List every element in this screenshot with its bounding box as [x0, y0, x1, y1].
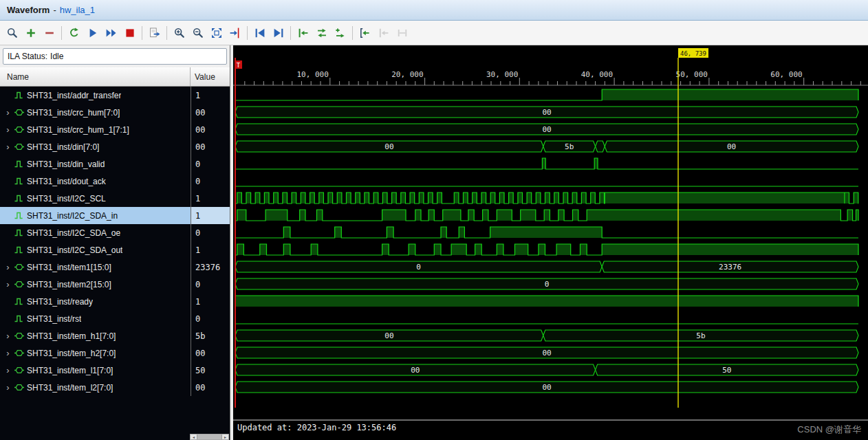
signal-row[interactable]: ›SHT31_inst/crc_hum_1[7:1]00: [0, 121, 230, 138]
trig-bracket-icon: [359, 27, 371, 39]
signal-name-cell[interactable]: ›SHT31_inst/crc_hum[7:0]: [0, 104, 191, 121]
toolbar-separator: [61, 26, 62, 40]
go-to-start-button[interactable]: [250, 23, 269, 42]
bit-waveform-icon: [14, 314, 25, 323]
signal-type-icon: [14, 108, 25, 117]
go-to-end-button[interactable]: [269, 23, 287, 42]
signal-name-cell[interactable]: SHT31_inst/rst: [0, 310, 191, 327]
svg-text:T: T: [237, 62, 241, 69]
run-trigger-button[interactable]: [83, 23, 102, 42]
zoom-fit-icon: [210, 27, 223, 39]
toolbar-separator: [352, 26, 353, 40]
expand-chevron-icon[interactable]: ›: [4, 108, 12, 117]
signal-row[interactable]: SHT31_inst/addr_transfer1: [0, 87, 230, 104]
scroll-left-arrow[interactable]: ◂: [191, 434, 197, 439]
go-to-trigger-button[interactable]: [356, 23, 374, 42]
waveform-canvas[interactable]: 10, 00020, 00030, 00040, 00050, 00060, 0…: [233, 45, 868, 434]
bus-waveform-icon: [14, 263, 25, 272]
signal-type-icon: [14, 228, 25, 237]
window-title: Waveform: [7, 5, 50, 15]
add-probes-button[interactable]: [21, 23, 40, 42]
run-trigger-continuous-button[interactable]: [65, 23, 83, 42]
signal-row[interactable]: SHT31_inst/I2C_SDA_oe0: [0, 224, 230, 241]
signal-row[interactable]: ›SHT31_inst/tem_l1[7:0]50: [0, 362, 230, 379]
signal-row[interactable]: SHT31_inst/din_valid0: [0, 155, 230, 173]
svg-text:00: 00: [542, 125, 551, 134]
find-button[interactable]: [3, 23, 21, 42]
scroll-thumb[interactable]: [197, 434, 222, 439]
signal-type-icon: [14, 177, 25, 186]
expand-chevron-icon[interactable]: ›: [4, 331, 12, 340]
signal-row[interactable]: ›SHT31_inst/tem1[15:0]23376: [0, 258, 230, 276]
export-icon: [149, 27, 161, 39]
expand-chevron-icon[interactable]: ›: [4, 263, 12, 272]
signal-type-icon: [14, 331, 25, 340]
signal-type-icon: [14, 194, 25, 203]
signal-name: SHT31_inst/tem_l2[7:0]: [27, 383, 113, 393]
name-column-header[interactable]: Name: [0, 67, 191, 86]
signal-name: SHT31_inst/dout_ack: [27, 177, 106, 186]
signal-name-cell[interactable]: ›SHT31_inst/tem_h1[7:0]: [0, 327, 191, 344]
signal-row[interactable]: ›SHT31_inst/tem_h1[7:0]5b: [0, 327, 230, 344]
signal-row[interactable]: SHT31_inst/I2C_SCL1: [0, 190, 230, 207]
signal-row[interactable]: SHT31_inst/rst0: [0, 310, 230, 327]
expand-chevron-icon[interactable]: ›: [4, 125, 12, 134]
signal-row[interactable]: ›SHT31_inst/din[7:0]00: [0, 138, 230, 155]
signal-name-cell[interactable]: ›SHT31_inst/din[7:0]: [0, 138, 191, 155]
ila-status-label: ILA Status:: [8, 52, 47, 61]
signal-row[interactable]: SHT31_inst/dout_ack0: [0, 173, 230, 190]
signal-row[interactable]: SHT31_inst/ready1: [0, 293, 230, 310]
signal-type-icon: [14, 366, 25, 375]
zoom-out-button[interactable]: [188, 23, 207, 42]
signal-name-cell[interactable]: ›SHT31_inst/tem1[15:0]: [0, 258, 191, 276]
signal-row[interactable]: ›SHT31_inst/tem_l2[7:0]00: [0, 379, 230, 396]
zoom-to-cursor-button[interactable]: [226, 23, 244, 42]
signal-name-cell[interactable]: SHT31_inst/dout_ack: [0, 173, 191, 190]
signal-name-cell[interactable]: SHT31_inst/I2C_SDA_oe: [0, 224, 191, 241]
value-column-header[interactable]: Value: [191, 67, 230, 86]
signal-name: SHT31_inst/crc_hum[7:0]: [27, 108, 120, 118]
zoom-fit-button[interactable]: [207, 23, 226, 42]
bit-waveform-icon: [14, 297, 25, 306]
signal-name-cell[interactable]: SHT31_inst/ready: [0, 293, 191, 310]
run-trigger-immediate-button[interactable]: [102, 23, 120, 42]
signal-name-cell[interactable]: ›SHT31_inst/tem_h2[7:0]: [0, 344, 191, 362]
remove-probes-button[interactable]: [40, 23, 58, 42]
signal-name-cell[interactable]: ›SHT31_inst/crc_hum_1[7:1]: [0, 121, 191, 138]
signal-name-cell[interactable]: SHT31_inst/din_valid: [0, 155, 191, 173]
signal-name-cell[interactable]: SHT31_inst/I2C_SDA_out: [0, 241, 191, 258]
scroll-right-arrow[interactable]: ▸: [222, 434, 228, 439]
signal-name-cell[interactable]: SHT31_inst/I2C_SDA_in: [0, 207, 191, 224]
set-trigger-position-center-button[interactable]: [312, 23, 331, 42]
signal-row[interactable]: SHT31_inst/I2C_SDA_out1: [0, 241, 230, 258]
signal-row[interactable]: SHT31_inst/I2C_SDA_in1: [0, 207, 230, 224]
expand-chevron-icon[interactable]: ›: [4, 349, 12, 358]
signal-row[interactable]: ›SHT31_inst/tem_h2[7:0]00: [0, 344, 230, 362]
zoom-in-button[interactable]: [170, 23, 188, 42]
name-panel-hscrollbar[interactable]: ◂ ▸: [190, 434, 229, 440]
signal-name-cell[interactable]: SHT31_inst/addr_transfer: [0, 87, 191, 104]
signal-name-cell[interactable]: ›SHT31_inst/tem_l2[7:0]: [0, 379, 191, 396]
stop-trigger-button[interactable]: [120, 23, 139, 42]
export-ila-data-button[interactable]: [145, 23, 164, 42]
expand-chevron-icon[interactable]: ›: [4, 366, 12, 375]
trig-to-bar-icon: [297, 27, 310, 39]
signal-name-cell[interactable]: SHT31_inst/I2C_SCL: [0, 190, 191, 207]
signal-type-icon: [14, 349, 25, 358]
signal-row[interactable]: ›SHT31_inst/crc_hum[7:0]00: [0, 104, 230, 121]
expand-chevron-icon[interactable]: ›: [4, 383, 12, 392]
expand-chevron-icon[interactable]: ›: [4, 142, 12, 151]
set-trigger-position-start-button[interactable]: [294, 23, 312, 42]
remove-icon: [43, 27, 56, 39]
signal-value: 0: [191, 310, 230, 327]
title-separator: -: [53, 5, 56, 15]
trig-swap-icon: [316, 27, 328, 39]
signal-row[interactable]: ›SHT31_inst/tem2[15:0]0: [0, 276, 230, 293]
expand-chevron-icon[interactable]: ›: [4, 280, 12, 289]
signal-value: 0: [191, 155, 230, 173]
add-trigger-button[interactable]: [331, 23, 349, 42]
svg-text:23376: 23376: [719, 263, 741, 272]
signal-type-icon: [14, 245, 25, 254]
signal-name-cell[interactable]: ›SHT31_inst/tem_l1[7:0]: [0, 362, 191, 379]
signal-name-cell[interactable]: ›SHT31_inst/tem2[15:0]: [0, 276, 191, 293]
